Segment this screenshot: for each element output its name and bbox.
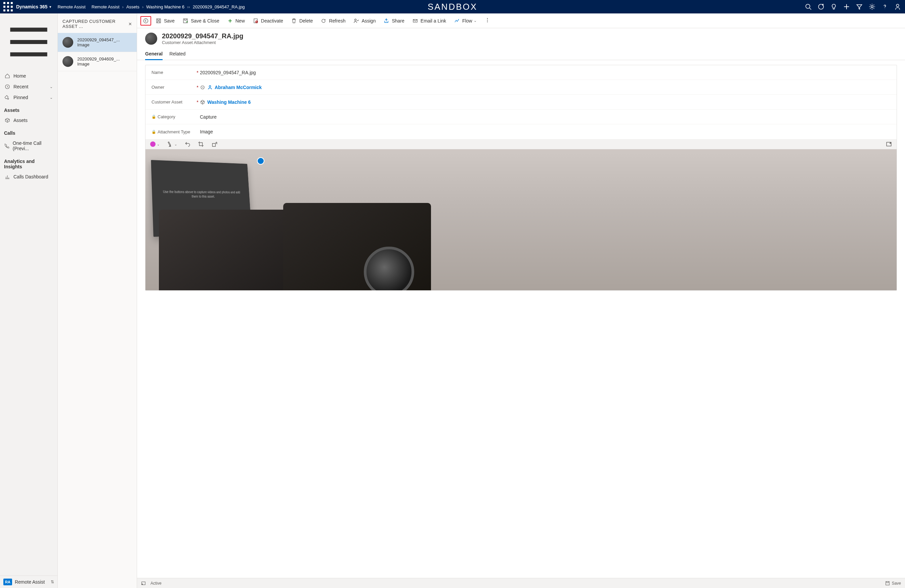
highlighted-back-button[interactable] <box>140 16 151 25</box>
search-icon[interactable] <box>805 3 811 10</box>
person-icon[interactable] <box>894 3 901 10</box>
record-thumbnail <box>145 33 157 44</box>
crop-button[interactable] <box>198 141 204 147</box>
color-picker-button[interactable]: ⌄ <box>150 141 160 147</box>
save-close-button[interactable]: Save & Close <box>179 16 223 25</box>
chevron-down-icon[interactable]: ▾ <box>49 5 51 9</box>
share-label: Share <box>392 18 404 24</box>
field-owner[interactable]: Owner * Abraham McCormick <box>146 80 897 95</box>
form-tabs: General Related <box>137 46 905 60</box>
nav-footer[interactable]: RA Remote Assist ⇅ <box>0 575 57 588</box>
svg-rect-21 <box>157 19 160 23</box>
assign-button[interactable]: Assign <box>350 16 379 25</box>
svg-point-34 <box>209 85 211 87</box>
list-item[interactable]: 20200929_094547_... Image <box>58 33 137 52</box>
svg-rect-35 <box>212 143 215 146</box>
image-editor: ⌄ ⌄ Use the buttons above to ca <box>146 139 897 290</box>
filter-icon[interactable] <box>856 3 863 10</box>
field-customer-asset[interactable]: Customer Asset * Washing Machine 6 <box>146 95 897 110</box>
svg-rect-6 <box>3 10 5 11</box>
svg-rect-4 <box>7 6 9 8</box>
refresh-label: Refresh <box>329 18 345 24</box>
svg-rect-8 <box>11 10 13 11</box>
help-icon[interactable] <box>881 3 888 10</box>
field-asset-value[interactable]: Washing Machine 6 <box>200 99 891 105</box>
nav-recent-label: Recent <box>13 84 28 89</box>
clock-icon <box>5 84 10 89</box>
nav-pinned[interactable]: Pinned ⌄ <box>0 92 57 103</box>
image-toolbar: ⌄ ⌄ <box>146 139 897 149</box>
pin-icon <box>5 95 10 100</box>
field-name[interactable]: Name * 20200929_094547_RA.jpg <box>146 65 897 80</box>
field-owner-value[interactable]: Abraham McCormick <box>200 85 891 90</box>
breadcrumb-app[interactable]: Remote Assist <box>57 4 85 10</box>
field-name-value: 20200929_094547_RA.jpg <box>200 70 891 75</box>
list-item-title: 20200929_094609_... <box>77 56 120 62</box>
save-close-icon <box>183 18 188 24</box>
nav-footer-label: Remote Assist <box>15 579 44 585</box>
plus-icon[interactable] <box>843 3 850 10</box>
lightbulb-icon[interactable] <box>830 3 837 10</box>
app-badge: RA <box>3 578 12 585</box>
more-commands-button[interactable] <box>483 16 492 26</box>
chevron-right-icon: ›› <box>187 4 190 10</box>
breadcrumb-l1[interactable]: Remote Assist <box>92 4 120 10</box>
expand-button[interactable] <box>886 141 892 147</box>
save-label: Save <box>164 18 175 24</box>
chevron-down-icon: ⌄ <box>50 85 53 89</box>
statusbar-save-label: Save <box>892 581 901 586</box>
breadcrumb-l4[interactable]: 20200929_094547_RA.jpg <box>193 4 245 10</box>
flow-icon <box>454 18 460 24</box>
undo-button[interactable] <box>184 141 191 147</box>
statusbar-save-button[interactable]: Save <box>885 581 901 586</box>
nav-home[interactable]: Home <box>0 71 57 81</box>
svg-point-9 <box>806 4 810 9</box>
tab-related[interactable]: Related <box>169 49 186 60</box>
email-link-button[interactable]: Email a Link <box>409 16 449 25</box>
new-button[interactable]: New <box>224 16 248 25</box>
nav-recent[interactable]: Recent ⌄ <box>0 81 57 92</box>
expand-statusbar-icon[interactable] <box>141 581 146 586</box>
tab-general[interactable]: General <box>145 49 163 60</box>
trash-icon <box>291 18 297 24</box>
close-icon[interactable]: ✕ <box>128 22 132 27</box>
annotate-button[interactable]: ⌄ <box>167 141 177 147</box>
rotate-button[interactable] <box>211 141 218 147</box>
nav-onetime-call[interactable]: One-time Call (Previ... <box>0 138 57 154</box>
field-asset-label: Customer Asset <box>151 99 195 105</box>
nav-calls-header: Calls <box>0 126 57 138</box>
list-item-title: 20200929_094547_... <box>77 37 120 42</box>
app-launcher-icon[interactable] <box>3 2 13 12</box>
save-button[interactable]: Save <box>152 16 178 25</box>
chevron-down-icon: ⌄ <box>175 143 177 146</box>
share-button[interactable]: Share <box>380 16 408 25</box>
target-icon[interactable] <box>818 3 824 10</box>
svg-line-10 <box>810 8 811 10</box>
nav-calls-dashboard[interactable]: Calls Dashboard <box>0 172 57 182</box>
gear-icon[interactable] <box>869 3 875 10</box>
field-attach-label: 🔒Attachment Type <box>151 129 195 134</box>
nav-pinned-label: Pinned <box>13 95 28 100</box>
phone-icon <box>5 143 10 148</box>
form-card: Name * 20200929_094547_RA.jpg Owner * Ab… <box>145 65 897 291</box>
chevron-right-icon: › <box>142 4 143 10</box>
updown-icon: ⇅ <box>51 580 54 584</box>
nav-onetime-call-label: One-time Call (Previ... <box>13 140 53 151</box>
refresh-button[interactable]: Refresh <box>318 16 349 25</box>
washing-machine-right <box>283 203 431 290</box>
email-label: Email a Link <box>421 18 446 24</box>
list-item[interactable]: 20200929_094609_... Image <box>58 52 137 71</box>
deactivate-button[interactable]: Deactivate <box>249 16 287 25</box>
hamburger-icon[interactable] <box>0 13 57 71</box>
new-label: New <box>235 18 245 24</box>
nav-assets[interactable]: Assets <box>0 115 57 126</box>
delete-button[interactable]: Delete <box>288 16 316 25</box>
breadcrumb-l2[interactable]: Assets <box>126 4 140 10</box>
flow-button[interactable]: Flow ⌄ <box>451 16 480 25</box>
status-value: Active <box>151 581 162 586</box>
brand-label[interactable]: Dynamics 365 <box>16 4 48 10</box>
list-item-subtitle: Image <box>77 42 120 48</box>
breadcrumb-l3[interactable]: Washing Machine 6 <box>146 4 184 10</box>
image-preview[interactable]: Use the buttons above to capture videos … <box>146 149 897 290</box>
deactivate-icon <box>253 18 258 24</box>
